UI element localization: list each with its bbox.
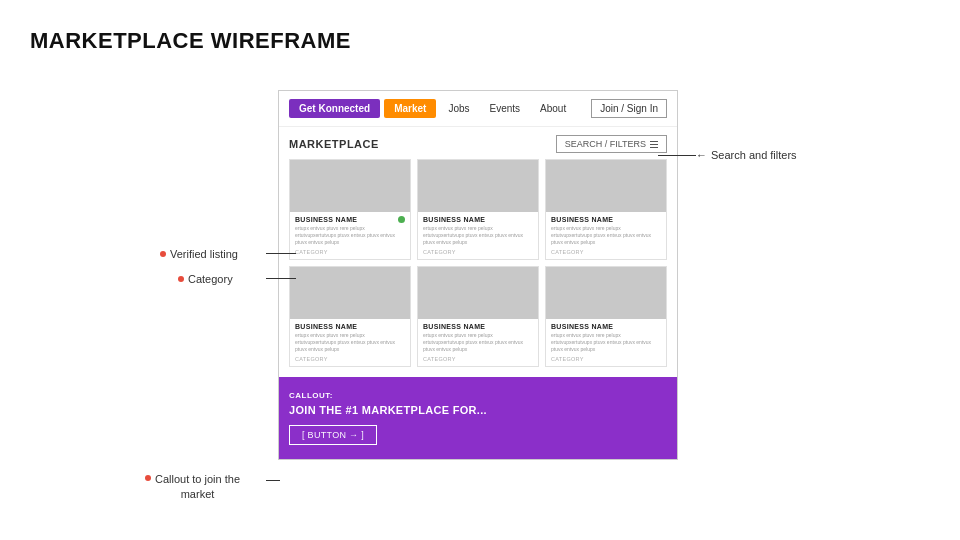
annotation-verified: Verified listing bbox=[160, 248, 238, 260]
annotation-dot-category bbox=[178, 276, 184, 282]
card-name-2: BUSINESS NAME bbox=[423, 216, 485, 223]
annotation-category: Category bbox=[178, 273, 233, 285]
callout-cta-button[interactable]: [ BUTTON → ] bbox=[289, 425, 377, 445]
card-category-5: CATEGORY bbox=[423, 356, 533, 362]
jobs-link[interactable]: Jobs bbox=[440, 99, 477, 118]
arrow-search bbox=[658, 155, 696, 156]
annotation-dot-callout bbox=[145, 475, 151, 481]
card-desc-6: ertupx entvux ptuvx rere pelupx ertutvup… bbox=[551, 332, 661, 353]
annotation-category-text: Category bbox=[188, 273, 233, 285]
about-link[interactable]: About bbox=[532, 99, 574, 118]
wireframe-container: Get Konnected Market Jobs Events About J… bbox=[278, 90, 678, 460]
arrow-category bbox=[266, 278, 296, 279]
arrow-verified bbox=[266, 253, 296, 254]
card-body-6: BUSINESS NAME ertupx entvux ptuvx rere p… bbox=[546, 319, 666, 366]
arrow-callout bbox=[266, 480, 280, 481]
card-desc-2: ertupx entvux ptuvx rere pelupx ertutvup… bbox=[423, 225, 533, 246]
listing-card-6[interactable]: BUSINESS NAME ertupx entvux ptuvx rere p… bbox=[545, 266, 667, 367]
card-name-3: BUSINESS NAME bbox=[551, 216, 613, 223]
card-body-5: BUSINESS NAME ertupx entvux ptuvx rere p… bbox=[418, 319, 538, 366]
listing-card-4[interactable]: BUSINESS NAME ertupx entvux ptuvx rere p… bbox=[289, 266, 411, 367]
annotation-callout-text: Callout to join the market bbox=[155, 472, 240, 503]
listing-card-3[interactable]: BUSINESS NAME ertupx entvux ptuvx rere p… bbox=[545, 159, 667, 260]
listing-card-1[interactable]: BUSINESS NAME ertupx entvux ptuvx rere p… bbox=[289, 159, 411, 260]
card-image-3 bbox=[546, 160, 666, 212]
card-name-5: BUSINESS NAME bbox=[423, 323, 485, 330]
search-filters-button[interactable]: SEARCH / FILTERS bbox=[556, 135, 667, 153]
search-filter-label: SEARCH / FILTERS bbox=[565, 139, 646, 149]
cards-grid: BUSINESS NAME ertupx entvux ptuvx rere p… bbox=[279, 159, 677, 377]
annotation-verified-text: Verified listing bbox=[170, 248, 238, 260]
nav-bar: Get Konnected Market Jobs Events About J… bbox=[279, 91, 677, 127]
card-body-3: BUSINESS NAME ertupx entvux ptuvx rere p… bbox=[546, 212, 666, 259]
card-category-1: CATEGORY bbox=[295, 249, 405, 255]
callout-section: CALLOUT: JOIN THE #1 MARKETPLACE FOR... … bbox=[279, 377, 677, 459]
card-image-5 bbox=[418, 267, 538, 319]
page-title: MARKETPLACE WIREFRAME bbox=[0, 0, 960, 70]
card-image-2 bbox=[418, 160, 538, 212]
card-body-2: BUSINESS NAME ertupx entvux ptuvx rere p… bbox=[418, 212, 538, 259]
marketplace-header: MARKETPLACE SEARCH / FILTERS bbox=[279, 127, 677, 159]
verified-badge-1 bbox=[398, 216, 405, 223]
callout-main-text: JOIN THE #1 MARKETPLACE FOR... bbox=[289, 404, 667, 416]
annotation-search-filters: Search and filters bbox=[696, 149, 797, 161]
card-name-4: BUSINESS NAME bbox=[295, 323, 357, 330]
card-image-4 bbox=[290, 267, 410, 319]
card-desc-3: ertupx entvux ptuvx rere pelupx ertutvup… bbox=[551, 225, 661, 246]
card-category-3: CATEGORY bbox=[551, 249, 661, 255]
listing-card-5[interactable]: BUSINESS NAME ertupx entvux ptuvx rere p… bbox=[417, 266, 539, 367]
card-body-1: BUSINESS NAME ertupx entvux ptuvx rere p… bbox=[290, 212, 410, 259]
listing-card-2[interactable]: BUSINESS NAME ertupx entvux ptuvx rere p… bbox=[417, 159, 539, 260]
market-button[interactable]: Market bbox=[384, 99, 436, 118]
filter-icon bbox=[650, 141, 658, 148]
get-konnected-button[interactable]: Get Konnected bbox=[289, 99, 380, 118]
card-desc-4: ertupx entvux ptuvx rere pelupx ertutvup… bbox=[295, 332, 405, 353]
annotation-callout: Callout to join the market bbox=[145, 472, 240, 503]
card-category-2: CATEGORY bbox=[423, 249, 533, 255]
card-image-1 bbox=[290, 160, 410, 212]
card-name-1: BUSINESS NAME bbox=[295, 216, 357, 223]
card-image-6 bbox=[546, 267, 666, 319]
card-body-4: BUSINESS NAME ertupx entvux ptuvx rere p… bbox=[290, 319, 410, 366]
card-desc-1: ertupx entvux ptuvx rere pelupx ertutvup… bbox=[295, 225, 405, 246]
card-category-4: CATEGORY bbox=[295, 356, 405, 362]
card-category-6: CATEGORY bbox=[551, 356, 661, 362]
callout-label: CALLOUT: bbox=[289, 391, 667, 400]
annotation-dot-verified bbox=[160, 251, 166, 257]
marketplace-title: MARKETPLACE bbox=[289, 138, 379, 150]
signin-button[interactable]: Join / Sign In bbox=[591, 99, 667, 118]
card-name-6: BUSINESS NAME bbox=[551, 323, 613, 330]
card-desc-5: ertupx entvux ptuvx rere pelupx ertutvup… bbox=[423, 332, 533, 353]
events-link[interactable]: Events bbox=[482, 99, 529, 118]
